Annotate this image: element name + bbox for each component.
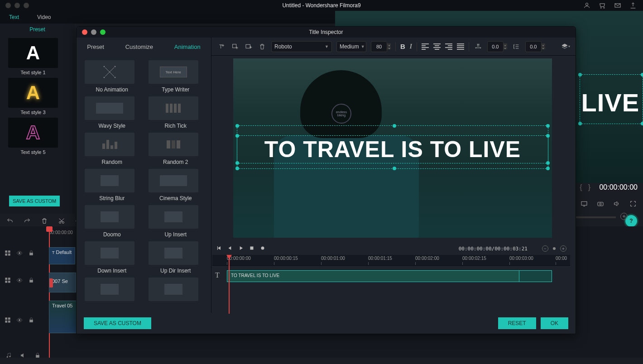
clip-007[interactable]: 007 Se (49, 273, 76, 292)
timeline-zoom-in[interactable]: + (560, 245, 566, 252)
text-style-5[interactable]: A Text style 5 (8, 118, 58, 155)
bold-button[interactable]: B (400, 43, 405, 50)
clip-resize-handle[interactable] (519, 271, 552, 282)
grid-icon[interactable] (5, 317, 11, 323)
size-up[interactable]: ▴ (387, 43, 391, 46)
svg-rect-28 (30, 320, 33, 322)
anim-cinema-style[interactable]: Cinema Style (149, 169, 203, 201)
align-center-icon[interactable] (433, 43, 441, 50)
upload-icon[interactable] (629, 1, 638, 10)
reset-button[interactable]: RESET (498, 317, 536, 329)
cut-icon[interactable] (57, 216, 66, 225)
svg-point-6 (600, 203, 601, 205)
anim-rich-tick[interactable]: Rich Tick (149, 96, 203, 129)
lock-icon[interactable] (28, 317, 34, 323)
inspector-playback-bar: 00:00:00:00/00:00:03:21 − + (212, 243, 570, 254)
tab-text[interactable]: Text (0, 11, 28, 24)
anim-extra-1[interactable] (85, 278, 139, 301)
svg-point-30 (10, 356, 10, 357)
lock-bottom-icon[interactable] (34, 352, 41, 359)
tab-preset[interactable]: Preset (87, 43, 104, 50)
stop-button[interactable] (249, 245, 255, 253)
lock-icon[interactable] (28, 250, 34, 256)
tab-video[interactable]: Video (28, 11, 60, 24)
mail-icon[interactable] (613, 1, 622, 10)
window-minimize[interactable] (14, 3, 20, 8)
play-button[interactable] (238, 245, 244, 253)
timeline-zoom-out[interactable]: − (542, 245, 548, 252)
redo-icon[interactable] (23, 216, 32, 225)
italic-button[interactable]: I (410, 43, 412, 50)
preview-text[interactable]: TO TRAVEL IS TO LIVE (264, 136, 521, 163)
tab-animation[interactable]: Animation (174, 43, 201, 50)
save-as-custom-button[interactable]: SAVE AS CUSTOM (84, 317, 151, 329)
anim-down-insert[interactable]: Down Insert (85, 241, 139, 274)
inspector-playhead[interactable] (229, 255, 230, 314)
trash-icon[interactable] (258, 42, 267, 51)
line-spacing-input[interactable]: 0.0 (525, 41, 542, 52)
track-header-2 (5, 277, 45, 283)
inspector-clip[interactable]: TO TRAVEL IS TO LIVE (227, 270, 552, 282)
text-selection-inner[interactable]: TO TRAVEL IS TO LIVE (237, 135, 548, 163)
anim-type-writer[interactable]: Text HereType Writer (149, 60, 203, 93)
cart-icon[interactable] (598, 1, 607, 10)
align-left-icon[interactable] (422, 43, 429, 50)
prev-button[interactable] (227, 245, 233, 253)
window-close[interactable] (5, 3, 11, 8)
layers-icon[interactable]: ▾ (561, 42, 570, 51)
prev-frame-button[interactable] (216, 245, 222, 253)
clip-default[interactable]: T Default (49, 247, 75, 264)
anim-up-insert[interactable]: Up Insert (149, 205, 203, 238)
letter-spacing-input[interactable]: 0.0 (487, 41, 504, 52)
svg-rect-38 (250, 246, 254, 249)
grid-icon[interactable] (5, 277, 11, 283)
add-image-icon[interactable] (244, 42, 253, 51)
anim-string-blur[interactable]: String Blur (85, 169, 139, 201)
lock-icon[interactable] (28, 277, 34, 283)
align-justify-icon[interactable] (457, 43, 464, 50)
add-text-icon[interactable] (217, 42, 226, 51)
camera-icon[interactable] (596, 199, 605, 208)
inspector-close[interactable] (82, 29, 87, 35)
inspector-preview-canvas[interactable]: endless biking TO TRAVEL IS TO LIVE (233, 58, 552, 238)
anim-extra-2[interactable] (149, 278, 203, 301)
save-as-custom-sidebar-button[interactable]: SAVE AS CUSTOM (9, 196, 60, 206)
fullscreen-icon[interactable] (629, 199, 638, 208)
eye-icon[interactable] (16, 250, 23, 256)
anim-wavy-style[interactable]: Wavy Style (85, 96, 139, 129)
text-style-1[interactable]: A Text style 1 (8, 38, 58, 75)
app-title: Untitled - Wondershare Filmora9 (282, 2, 360, 9)
add-shape-icon[interactable] (230, 42, 240, 51)
anim-random-2[interactable]: Random 2 (149, 133, 203, 165)
eye-icon[interactable] (16, 317, 23, 323)
undo-icon[interactable] (5, 216, 14, 225)
record-button[interactable] (259, 245, 266, 253)
delete-icon[interactable] (40, 216, 49, 225)
sound-icon[interactable] (20, 352, 26, 359)
inspector-minimize[interactable] (91, 29, 96, 35)
text-style-3[interactable]: A Text style 3 (8, 78, 58, 115)
font-family-select[interactable]: Roboto▼ (271, 41, 332, 52)
track-header-1 (5, 250, 45, 256)
preset-header[interactable]: Preset (0, 24, 75, 35)
eye-icon[interactable] (16, 277, 23, 283)
transition-marker[interactable] (49, 278, 53, 287)
anim-no-animation[interactable]: No Animation (85, 60, 139, 93)
ok-button[interactable]: OK (541, 317, 568, 329)
window-maximize[interactable] (24, 3, 29, 8)
display-icon[interactable] (580, 199, 589, 208)
tab-customize[interactable]: Customize (125, 43, 153, 50)
align-right-icon[interactable] (445, 43, 452, 50)
volume-icon[interactable] (612, 199, 621, 208)
music-icon[interactable] (5, 352, 12, 359)
inspector-ruler[interactable]: 00:00:00:00 00:00:00:15 00:00:01:00 00:0… (212, 255, 570, 266)
size-down[interactable]: ▾ (387, 47, 391, 49)
font-size-input[interactable]: 80 (371, 41, 387, 52)
grid-icon[interactable] (5, 250, 11, 256)
anim-up-dir-insert[interactable]: Up Dir Insert (149, 241, 203, 274)
anim-random[interactable]: Random (85, 133, 139, 165)
anim-doomo[interactable]: Doomo (85, 205, 139, 238)
account-icon[interactable] (582, 1, 591, 10)
font-weight-select[interactable]: Medium▼ (336, 41, 366, 52)
inspector-maximize[interactable] (100, 29, 106, 35)
